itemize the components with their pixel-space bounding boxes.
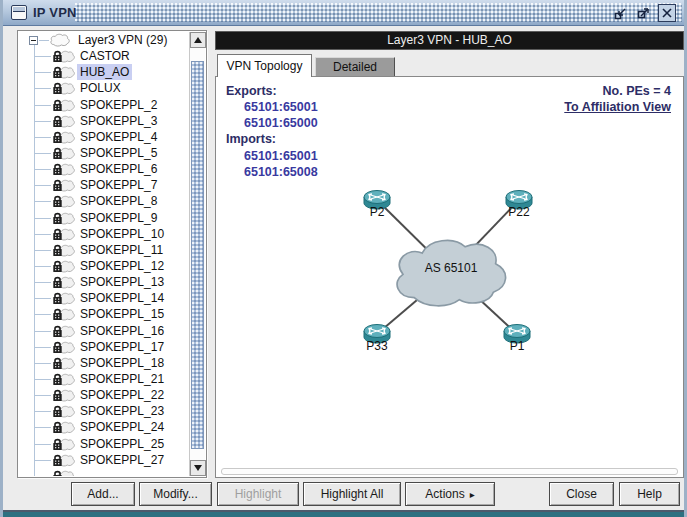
tree-item-label: SPOKEPPL_17 (77, 339, 167, 355)
topology-links-and-cloud (216, 77, 683, 477)
lock-cloud-icon (52, 146, 76, 160)
tree-item[interactable]: SPOKEPPL_25 (19, 436, 189, 452)
tree-item[interactable]: SPOKEPPL_14 (19, 290, 189, 306)
tree-connector (34, 137, 51, 138)
tree-item[interactable]: SPOKEPPL_11 (19, 242, 189, 258)
lock-cloud-icon (52, 340, 76, 354)
tree-root-label: Layer3 VPN (29) (75, 32, 170, 48)
panel-title: Layer3 VPN - HUB_AO (215, 31, 684, 50)
tree-item[interactable]: SPOKEPPL_24 (19, 419, 189, 435)
close-icon[interactable] (658, 4, 676, 22)
lock-cloud-icon (52, 259, 76, 273)
tree-vertical-scrollbar[interactable] (189, 32, 205, 476)
tab-detailed[interactable]: Detailed (315, 57, 395, 76)
tree-connector (34, 331, 51, 332)
tree-connector (34, 347, 51, 348)
tree-connector (34, 427, 51, 428)
lock-cloud-icon (52, 130, 76, 144)
lock-cloud-icon (52, 243, 76, 257)
scroll-down-icon[interactable] (190, 460, 206, 476)
tree-connector (39, 40, 49, 41)
tree-item-partial[interactable] (19, 468, 189, 476)
tree-item[interactable]: SPOKEPPL_8 (19, 193, 189, 209)
lock-cloud-icon (52, 388, 76, 402)
router-label: P22 (489, 205, 549, 219)
lock-cloud-icon (52, 324, 76, 338)
lock-cloud-icon (52, 404, 76, 418)
tree-item[interactable]: SPOKEPPL_9 (19, 210, 189, 226)
tree-item[interactable]: SPOKEPPL_18 (19, 355, 189, 371)
tree-item-label: SPOKEPPL_9 (77, 210, 160, 226)
tree-item-label: SPOKEPPL_8 (77, 193, 160, 209)
tree-item[interactable]: SPOKEPPL_7 (19, 177, 189, 193)
tree-connector (34, 379, 51, 380)
actions-menu-button[interactable]: Actions▸ (405, 482, 495, 506)
ip-vpn-window: IP VPN Layer3 VPN (29) C (0, 0, 687, 517)
tree-item[interactable]: SPOKEPPL_4 (19, 129, 189, 145)
tree-item-label: CASTOR (77, 48, 133, 64)
tree-item[interactable]: SPOKEPPL_2 (19, 97, 189, 113)
horizontal-scrollbar[interactable] (221, 468, 678, 475)
tree-item-label: SPOKEPPL_23 (77, 403, 167, 419)
lock-cloud-icon (52, 114, 76, 128)
tree-item[interactable]: SPOKEPPL_16 (19, 323, 189, 339)
tree-item-label: SPOKEPPL_21 (77, 371, 167, 387)
tree-item-label: SPOKEPPL_27 (77, 452, 167, 468)
tree-item[interactable]: SPOKEPPL_13 (19, 274, 189, 290)
tree-item-label: SPOKEPPL_6 (77, 161, 160, 177)
tree-item[interactable]: POLUX (19, 80, 189, 96)
tree-item-label: SPOKEPPL_12 (77, 258, 167, 274)
tree-connector (34, 363, 51, 364)
lock-cloud-icon (52, 178, 76, 192)
modify-button[interactable]: Modify... (139, 482, 212, 506)
lock-cloud-icon (52, 49, 76, 63)
as-cloud-label: AS 65101 (401, 261, 501, 275)
actions-label: Actions (425, 487, 464, 501)
tree-connector (34, 314, 51, 315)
lock-cloud-icon (52, 469, 76, 476)
tree-connector (34, 444, 51, 445)
tree-item[interactable]: SPOKEPPL_6 (19, 161, 189, 177)
highlight-all-button[interactable]: Highlight All (303, 482, 401, 506)
maximize-icon[interactable] (635, 4, 653, 22)
tree-item-label: SPOKEPPL_11 (77, 242, 166, 258)
title-bar[interactable]: IP VPN (3, 0, 684, 26)
tree-root[interactable]: Layer3 VPN (29) (19, 32, 189, 48)
close-button[interactable]: Close (549, 482, 614, 506)
tree-item-label: HUB_AO (77, 64, 132, 80)
tree-item[interactable]: CASTOR (19, 48, 189, 64)
tree-item[interactable]: SPOKEPPL_12 (19, 258, 189, 274)
lock-cloud-icon (52, 162, 76, 176)
lock-cloud-icon (52, 437, 76, 451)
window-icon (11, 5, 27, 20)
tree-connector (34, 185, 51, 186)
tab-vpn-topology[interactable]: VPN Topology (217, 54, 312, 77)
lock-cloud-icon (52, 420, 76, 434)
router-label: P1 (487, 339, 547, 353)
tree-item[interactable]: SPOKEPPL_21 (19, 371, 189, 387)
scrollbar-thumb[interactable] (191, 61, 204, 449)
tree-connector (34, 298, 51, 299)
tree-item[interactable]: SPOKEPPL_27 (19, 452, 189, 468)
tree-item[interactable]: SPOKEPPL_15 (19, 306, 189, 322)
lock-cloud-icon (52, 372, 76, 386)
tree-item[interactable]: SPOKEPPL_17 (19, 339, 189, 355)
tree-item[interactable]: SPOKEPPL_22 (19, 387, 189, 403)
vpn-topology-view: Exports: 65101:65001 65101:65000 Imports… (215, 76, 684, 478)
collapse-expander-icon[interactable] (29, 36, 38, 45)
tree-item[interactable]: SPOKEPPL_5 (19, 145, 189, 161)
add-button[interactable]: Add... (71, 482, 135, 506)
tree-item[interactable]: SPOKEPPL_23 (19, 403, 189, 419)
help-button[interactable]: Help (619, 482, 680, 506)
tree-item-label: SPOKEPPL_16 (77, 323, 167, 339)
tree-item[interactable]: SPOKEPPL_3 (19, 113, 189, 129)
tree-item-label: SPOKEPPL_24 (77, 419, 167, 435)
scroll-up-icon[interactable] (190, 32, 206, 48)
detail-panel: Layer3 VPN - HUB_AO Detailed VPN Topolog… (215, 30, 684, 478)
tree-item[interactable]: HUB_AO (19, 64, 189, 80)
tree-item[interactable]: SPOKEPPL_10 (19, 226, 189, 242)
iconify-icon[interactable] (612, 4, 630, 22)
menu-arrow-icon: ▸ (470, 489, 475, 500)
tree-connector (34, 56, 51, 57)
tree-item-label: SPOKEPPL_14 (77, 290, 167, 306)
